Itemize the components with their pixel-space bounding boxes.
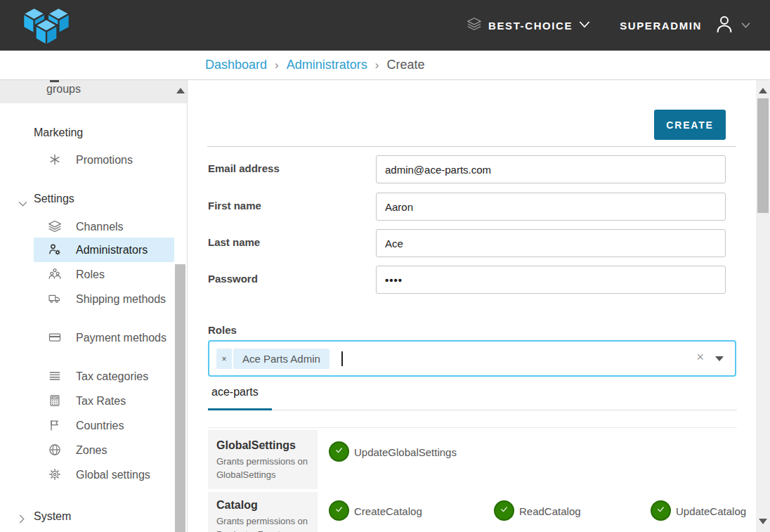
dropdown-caret-icon[interactable] (715, 356, 724, 361)
scroll-up-arrow[interactable] (759, 88, 767, 93)
chevron-right-icon (18, 514, 25, 526)
breadcrumb-separator: › (375, 58, 379, 72)
email-label: Email address (208, 162, 363, 174)
first-name-label: First name (208, 200, 363, 212)
header-divider (207, 146, 736, 147)
top-bar: BEST-CHOICE SUPERADMIN (0, 0, 770, 51)
chevron-down-icon (741, 19, 750, 32)
roles-label: Roles (208, 324, 237, 336)
scrollbar-thumb[interactable] (757, 98, 769, 213)
truck-icon (48, 292, 62, 306)
toggle-label: ReadCatalog (519, 505, 581, 517)
layers-icon (466, 16, 482, 34)
breadcrumb-dashboard[interactable]: Dashboard (205, 58, 267, 72)
main-content: CREATE Email address First name Last nam… (188, 80, 756, 532)
role-chip-label: Ace Parts Admin (233, 349, 329, 369)
toggle-label: UpdateCatalog (676, 505, 746, 517)
channel-switcher[interactable]: BEST-CHOICE (466, 16, 590, 34)
role-chip: × Ace Parts Admin (216, 349, 329, 369)
toggle-updatecatalog[interactable] (651, 500, 671, 521)
check-icon (334, 504, 344, 517)
tab-ace-parts[interactable]: ace-parts (211, 386, 259, 398)
remove-chip-icon[interactable]: × (216, 349, 232, 369)
list-icon (48, 369, 62, 383)
check-icon (499, 504, 509, 517)
permission-row-catalog: Catalog Grants permissions on Products, … (208, 492, 736, 532)
sidebar-item-administrators[interactable]: Administrators (34, 238, 174, 262)
toggle-label: UpdateGlobalSettings (354, 446, 457, 458)
sidebar-item-global-settings[interactable]: Global settings (34, 462, 174, 487)
breadcrumb: Dashboard › Administrators › Create (0, 51, 770, 80)
sidebar-nav: groups Marketing Promotions Settings Cha… (0, 80, 188, 532)
main-scrollbar (756, 80, 770, 532)
breadcrumb-current: Create (386, 58, 424, 72)
cog-icon (48, 467, 62, 481)
sidebar-item-customer-groups[interactable]: groups (0, 80, 187, 103)
sidebar-item-tax-rates[interactable]: Tax Rates (34, 389, 174, 413)
check-icon (655, 504, 666, 517)
scroll-up-arrow[interactable] (176, 88, 185, 93)
password-label: Password (208, 273, 363, 285)
permissions-top-border (208, 427, 737, 428)
sidebar-item-tax-categories[interactable]: Tax categories (34, 364, 174, 389)
scrollbar-thumb[interactable] (175, 264, 185, 532)
breadcrumb-administrators[interactable]: Administrators (287, 58, 367, 72)
sidebar-item-shipping-methods[interactable]: Shipping methods (34, 287, 174, 311)
nav-section-system[interactable]: System (34, 510, 71, 523)
sidebar-item-promotions[interactable]: Promotions (34, 148, 174, 172)
sidebar-scrollbar (174, 80, 187, 532)
sidebar-item-channels[interactable]: Channels (34, 214, 174, 239)
password-field[interactable] (376, 266, 726, 294)
permission-row-globalsettings: GlobalSettings Grants permissions on Glo… (208, 430, 736, 489)
roles-select[interactable]: × Ace Parts Admin × (208, 340, 736, 377)
last-name-label: Last name (208, 236, 363, 248)
first-name-field[interactable] (376, 193, 726, 221)
check-icon (334, 445, 344, 458)
sidebar-item-zones[interactable]: Zones (34, 438, 174, 462)
permission-group-header: Catalog Grants permissions on Products, … (208, 492, 318, 532)
text-cursor (341, 351, 343, 366)
toggle-updateglobalsettings[interactable] (329, 441, 349, 462)
email-field[interactable] (376, 155, 726, 183)
last-name-field[interactable] (376, 229, 726, 257)
scroll-down-arrow[interactable] (759, 519, 767, 524)
app-logo[interactable] (20, 6, 73, 49)
admin-user-icon (48, 242, 62, 257)
permission-group-header: GlobalSettings Grants permissions on Glo… (208, 430, 318, 489)
person-icon (714, 13, 735, 37)
credit-card-icon (48, 330, 62, 344)
tab-baseline (208, 410, 737, 410)
active-tab-underline (208, 408, 272, 410)
channel-name: BEST-CHOICE (488, 20, 573, 32)
toggle-readcatalog[interactable] (494, 500, 514, 521)
chevron-down-icon (579, 19, 590, 32)
toggle-label: CreateCatalog (354, 505, 422, 517)
breadcrumb-separator: › (275, 58, 279, 72)
sidebar-item-countries[interactable]: Countries (34, 413, 174, 438)
globe-icon (48, 443, 62, 457)
sidebar-item-roles[interactable]: Roles (34, 262, 174, 287)
asterisk-icon (48, 153, 62, 167)
sidebar-item-payment-methods[interactable]: Payment methods (34, 325, 174, 350)
user-menu[interactable]: SUPERADMIN (620, 13, 750, 37)
layers-icon (48, 219, 62, 233)
nav-section-marketing: Marketing (34, 126, 83, 139)
chevron-down-icon (18, 197, 27, 210)
clear-selection-icon[interactable]: × (696, 350, 704, 365)
create-button[interactable]: CREATE (654, 110, 726, 140)
user-name: SUPERADMIN (620, 20, 702, 32)
users-icon (48, 267, 62, 281)
calculator-icon (48, 394, 62, 408)
users-icon (50, 80, 59, 82)
flag-icon (48, 418, 62, 432)
toggle-createcatalog[interactable] (329, 500, 349, 521)
nav-section-settings[interactable]: Settings (34, 193, 74, 205)
